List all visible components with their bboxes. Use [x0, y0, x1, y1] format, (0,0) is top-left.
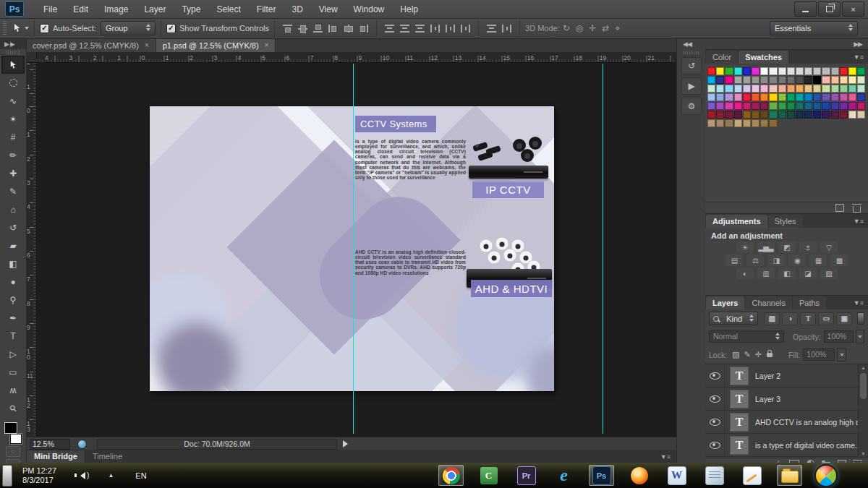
swatch[interactable]: [725, 111, 733, 119]
tab-styles[interactable]: Styles: [768, 215, 803, 228]
taskbar-chrome[interactable]: [438, 465, 464, 486]
swatch[interactable]: [769, 119, 777, 127]
opacity-dropdown-icon[interactable]: [856, 330, 864, 343]
swatch[interactable]: [813, 85, 821, 93]
swatch[interactable]: [734, 76, 742, 84]
taskbar-firefox[interactable]: [626, 465, 652, 486]
swatch[interactable]: [734, 111, 742, 119]
document-canvas[interactable]: CCTV Systems is a type of digital video …: [150, 106, 554, 391]
exposure-icon[interactable]: ±: [799, 241, 817, 253]
guide-line[interactable]: [603, 64, 603, 434]
eraser-tool[interactable]: ▰: [0, 236, 26, 254]
hand-tool[interactable]: ʍ: [0, 381, 26, 399]
brush-tool[interactable]: ✎: [0, 182, 26, 200]
swatch[interactable]: [716, 102, 724, 110]
align-horizontal-centers-icon[interactable]: [342, 23, 354, 34]
layer-row[interactable]: TLayer 3: [705, 388, 868, 411]
panel-menu-icon[interactable]: ▼≡: [854, 53, 868, 64]
threshold-icon[interactable]: ◧: [778, 267, 796, 279]
tab-swatches[interactable]: Swatches: [739, 51, 788, 64]
swatch[interactable]: [831, 93, 839, 101]
collapse-panels-button[interactable]: ◀◀: [677, 38, 706, 49]
healing-brush-tool[interactable]: ✚: [0, 164, 26, 182]
adjustment-layer-filter-icon[interactable]: ◑: [782, 312, 798, 325]
distribute-right-edges-icon[interactable]: [459, 23, 472, 34]
align-left-edges-icon[interactable]: [327, 23, 339, 34]
swatch[interactable]: [831, 102, 839, 110]
restore-button[interactable]: [818, 1, 841, 17]
swatch[interactable]: [743, 85, 751, 93]
visibility-toggle[interactable]: [705, 434, 725, 456]
swatch[interactable]: [760, 76, 768, 84]
panel-tab-timeline[interactable]: Timeline: [85, 450, 129, 463]
menu-filter[interactable]: Filter: [249, 1, 284, 18]
swatch[interactable]: [787, 85, 795, 93]
swatch[interactable]: [787, 93, 795, 101]
lock-all-icon[interactable]: [767, 353, 773, 357]
swatch[interactable]: [752, 102, 760, 110]
color-lookup-icon[interactable]: ▩: [830, 254, 848, 266]
swatch[interactable]: [804, 111, 812, 119]
lock-image-pixels-icon[interactable]: ✎: [744, 350, 751, 359]
swatch[interactable]: [716, 111, 724, 119]
swatch[interactable]: [716, 93, 724, 101]
swatch[interactable]: [769, 102, 777, 110]
swatch[interactable]: [734, 102, 742, 110]
swatch[interactable]: [787, 76, 795, 84]
swatch[interactable]: [707, 111, 715, 119]
swatch[interactable]: [822, 111, 830, 119]
quick-mask-button[interactable]: ◌: [6, 446, 20, 457]
fill-dropdown-icon[interactable]: [837, 348, 846, 361]
swatch[interactable]: [796, 85, 804, 93]
scroll-up-icon[interactable]: ▲: [859, 364, 868, 372]
align-vertical-centers-icon[interactable]: [297, 23, 309, 34]
close-tab-icon[interactable]: ×: [145, 41, 149, 49]
menu-window[interactable]: Window: [346, 1, 393, 18]
hue-saturation-icon[interactable]: ▤: [726, 254, 743, 266]
layer-row[interactable]: TLayer 2: [705, 364, 868, 388]
lasso-tool[interactable]: ∿: [0, 92, 26, 110]
show-transform-checkbox[interactable]: ✓: [166, 24, 176, 33]
swatch[interactable]: [822, 67, 830, 75]
swatch[interactable]: [760, 119, 768, 127]
swatch[interactable]: [769, 67, 777, 75]
swatch[interactable]: [752, 111, 760, 119]
brightness-contrast-icon[interactable]: ☀: [736, 241, 754, 253]
taskbar-premiere[interactable]: Pr: [514, 465, 539, 486]
shape-layer-filter-icon[interactable]: ▭: [818, 312, 834, 325]
swatch[interactable]: [796, 67, 804, 75]
zoom-level-field[interactable]: 12.5%: [30, 439, 70, 450]
swatch[interactable]: [778, 102, 786, 110]
swatch[interactable]: [752, 76, 760, 84]
menu-3d[interactable]: 3D: [284, 1, 310, 18]
group-select[interactable]: Group: [101, 21, 156, 35]
marquee-tool[interactable]: [0, 74, 26, 92]
close-button[interactable]: ×: [842, 1, 864, 17]
distribute-top-edges-icon[interactable]: [383, 23, 396, 34]
swatch[interactable]: [725, 76, 733, 84]
swatch[interactable]: [831, 85, 839, 93]
document-size-info[interactable]: Doc: 70.0M/926.0M: [97, 439, 337, 450]
opacity-field[interactable]: 100%: [824, 330, 854, 343]
new-swatch-icon[interactable]: [835, 204, 844, 212]
smart-object-filter-icon[interactable]: ▣: [836, 312, 852, 325]
menu-edit[interactable]: Edit: [65, 1, 96, 18]
auto-select-checkbox[interactable]: ✓: [40, 24, 49, 33]
taskbar-photoshop[interactable]: Ps: [589, 465, 614, 486]
invert-icon[interactable]: ◐: [736, 267, 754, 279]
tab-layers[interactable]: Layers: [706, 296, 744, 309]
swatch[interactable]: [716, 76, 724, 84]
swatch[interactable]: [848, 102, 856, 110]
swatch[interactable]: [734, 85, 742, 93]
distribute-horizontal-spacing-icon[interactable]: [501, 23, 513, 34]
3d-drag-icon[interactable]: ✛: [589, 23, 596, 33]
swatch[interactable]: [707, 67, 715, 75]
minimize-button[interactable]: [794, 1, 817, 17]
blur-tool[interactable]: ●: [0, 273, 26, 291]
swatch[interactable]: [760, 111, 768, 119]
actions-panel-icon[interactable]: ▶: [681, 77, 702, 95]
tab-color[interactable]: Color: [706, 51, 738, 64]
levels-icon[interactable]: ▂▅▃: [757, 241, 775, 253]
swatch[interactable]: [769, 76, 777, 84]
swatch[interactable]: [840, 93, 848, 101]
